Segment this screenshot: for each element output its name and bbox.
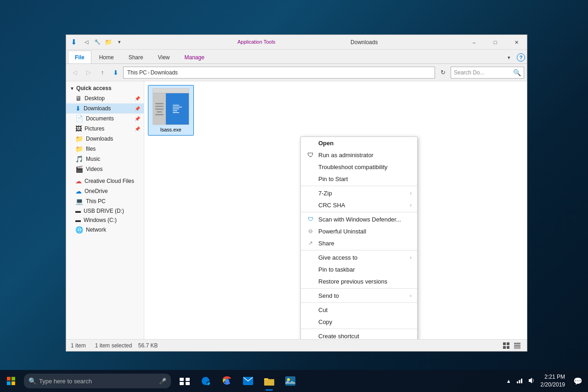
ctx-create-shortcut[interactable]: Create shortcut	[301, 330, 417, 339]
file-explorer-button[interactable]	[259, 370, 279, 392]
ctx-open[interactable]: Open	[301, 137, 417, 149]
pin-icon-pictures: 📌	[135, 126, 140, 131]
sidebar-item-files[interactable]: 📁 files	[66, 144, 144, 154]
ctx-sep-3	[301, 250, 417, 250]
tab-view[interactable]: View	[151, 51, 177, 63]
ctx-give-access[interactable]: Give access to ›	[301, 251, 417, 263]
minimize-button[interactable]: –	[464, 35, 485, 50]
svg-rect-5	[514, 345, 520, 346]
ribbon-collapse-btn[interactable]: ▾	[503, 51, 515, 63]
svg-rect-1	[507, 342, 509, 345]
file-item-lsass[interactable]: lsass.exe	[148, 85, 194, 136]
start-button[interactable]	[0, 370, 22, 392]
system-clock[interactable]: 2:21 PM 2/20/2019	[537, 373, 569, 389]
ctx-copy[interactable]: Copy	[301, 316, 417, 328]
refresh-button[interactable]: ↻	[437, 67, 449, 79]
sidebar-item-downloads[interactable]: ⬇ Downloads 📌	[66, 103, 144, 114]
notification-button[interactable]: 💬	[570, 370, 586, 392]
window-controls: – □ ✕	[464, 35, 527, 49]
context-menu: Open 🛡 Run as administrator Troubleshoot…	[300, 136, 418, 339]
search-icon-taskbar: 🔍	[28, 377, 36, 385]
ctx-sep-5	[301, 302, 417, 303]
status-bar-right	[501, 341, 522, 351]
ctx-powerful-uninstall[interactable]: ⊖ Powerful Uninstall	[301, 225, 417, 237]
pictures-icon: 🖼	[75, 125, 82, 132]
tab-home[interactable]: Home	[92, 51, 121, 63]
chrome-button[interactable]	[217, 370, 237, 392]
onedrive-icon: ☁	[75, 187, 82, 195]
tab-share[interactable]: Share	[122, 51, 150, 63]
qat-back[interactable]: ◁	[81, 35, 92, 50]
qat-dropdown[interactable]: ▾	[114, 35, 125, 50]
ctx-pin-taskbar[interactable]: Pin to taskbar	[301, 263, 417, 275]
quick-access-header[interactable]: ▼ Quick access	[66, 83, 144, 93]
documents-icon: 📄	[75, 115, 83, 122]
sidebar-item-documents[interactable]: 📄 Documents 📌	[66, 114, 144, 124]
svg-rect-16	[285, 376, 295, 386]
file-thumbnail	[153, 88, 189, 125]
svg-rect-9	[186, 378, 190, 381]
sidebar-item-creative-cloud[interactable]: ☁ Creative Cloud Files	[66, 176, 144, 186]
ctx-send-to[interactable]: Send to ›	[301, 290, 417, 301]
sidebar-item-usb-drive[interactable]: ▬ USB DRIVE (D:)	[66, 206, 144, 216]
ctx-scan-defender[interactable]: 🛡 Scan with Windows Defender...	[301, 213, 417, 225]
sidebar-item-videos[interactable]: 🎬 Videos	[66, 164, 144, 174]
address-path[interactable]: This PC › Downloads	[123, 67, 435, 79]
windows-c-icon: ▬	[75, 217, 81, 223]
qat-properties[interactable]: 🔧	[92, 35, 103, 50]
ctx-troubleshoot[interactable]: Troubleshoot compatibility	[301, 161, 417, 173]
forward-button[interactable]: ▷	[83, 67, 95, 79]
videos-icon: 🎬	[75, 165, 83, 173]
sidebar-item-desktop[interactable]: 🖥 Desktop 📌	[66, 93, 144, 103]
ctx-run-admin[interactable]: 🛡 Run as administrator	[301, 149, 417, 161]
sidebar-item-pictures[interactable]: 🖼 Pictures 📌	[66, 124, 144, 134]
tray-expand-button[interactable]: ▲	[504, 378, 513, 384]
search-box[interactable]: Search Do... 🔍	[451, 67, 524, 79]
sidebar-item-network[interactable]: 🌐 Network	[66, 225, 144, 235]
maximize-button[interactable]: □	[485, 35, 506, 50]
title-bar-left: ⬇ ◁ 🔧 📁 ▾	[66, 35, 265, 49]
sidebar-item-downloads-folder[interactable]: 📁 Downloads	[66, 134, 144, 144]
qat-new-folder[interactable]: 📁	[103, 35, 114, 50]
help-btn[interactable]: ?	[517, 53, 525, 62]
edge-button[interactable]	[196, 370, 216, 392]
location-icon: ⬇	[110, 67, 121, 78]
windows-logo	[7, 377, 15, 385]
ctx-7zip[interactable]: 7-Zip ›	[301, 187, 417, 199]
ctx-pin-start[interactable]: Pin to Start	[301, 173, 417, 185]
path-downloads[interactable]: Downloads	[151, 69, 178, 76]
medium-icons-view-btn[interactable]	[501, 341, 511, 351]
close-button[interactable]: ✕	[506, 35, 527, 50]
svg-rect-8	[180, 378, 184, 381]
ctx-crc-sha[interactable]: CRC SHA ›	[301, 199, 417, 211]
taskbar-search-bar[interactable]: 🔍 Type here to search 🎤	[24, 374, 171, 388]
ctx-cut[interactable]: Cut	[301, 304, 417, 316]
microphone-icon[interactable]: 🎤	[159, 378, 166, 385]
mail-button[interactable]	[238, 370, 258, 392]
sidebar-item-music[interactable]: 🎵 Music	[66, 154, 144, 164]
ctx-share[interactable]: ↗ Share	[301, 237, 417, 249]
creative-cloud-icon: ☁	[75, 177, 82, 185]
volume-tray-icon[interactable]	[526, 377, 536, 385]
ctx-restore-versions[interactable]: Restore previous versions	[301, 275, 417, 287]
status-bar: 1 item 1 item selected 56.7 KB	[66, 339, 527, 351]
task-view-button[interactable]	[175, 370, 195, 392]
sidebar-item-onedrive[interactable]: ☁ OneDrive	[66, 186, 144, 196]
network-tray-icon[interactable]	[514, 378, 525, 385]
svg-rect-11	[186, 382, 190, 385]
window-app-icon: ⬇	[66, 35, 81, 50]
ctx-sep-2	[301, 212, 417, 212]
up-button[interactable]: ↑	[96, 67, 108, 79]
image-viewer-button[interactable]	[280, 370, 300, 392]
path-this-pc[interactable]: This PC	[127, 69, 147, 76]
folder-icon-files: 📁	[75, 145, 83, 153]
chevron-down-icon: ▼	[70, 86, 74, 91]
back-button[interactable]: ◁	[69, 67, 81, 79]
sidebar-item-this-pc[interactable]: 💻 This PC	[66, 196, 144, 206]
sidebar-item-windows-c[interactable]: ▬ Windows (C:)	[66, 216, 144, 225]
tab-file[interactable]: File	[68, 51, 91, 63]
tab-manage[interactable]: Manage	[178, 51, 211, 63]
details-view-btn[interactable]	[512, 341, 522, 351]
svg-rect-4	[514, 343, 520, 344]
ribbon-tabs: File Home Share View Manage ▾ ?	[66, 50, 527, 63]
